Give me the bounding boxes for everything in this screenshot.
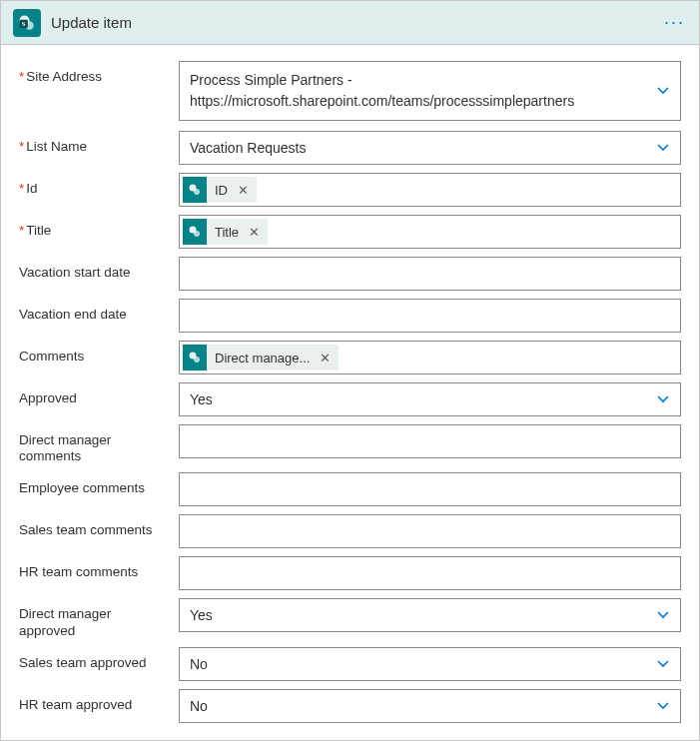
- token-remove-icon[interactable]: ✕: [236, 183, 251, 198]
- token-id[interactable]: ID ✕: [183, 177, 257, 203]
- title-input[interactable]: Title ✕: [179, 215, 681, 249]
- vacation-end-input[interactable]: [179, 299, 681, 333]
- label-vacation-end: Vacation end date: [19, 299, 179, 323]
- token-remove-icon[interactable]: ✕: [247, 225, 262, 240]
- token-id-label: ID: [215, 183, 228, 198]
- sales-approved-dropdown[interactable]: No: [179, 647, 681, 681]
- sharepoint-icon: [183, 177, 207, 203]
- label-comments: Comments: [19, 341, 179, 365]
- sharepoint-icon: [183, 345, 207, 370]
- chevron-down-icon: [656, 699, 670, 713]
- form-body: Site Address Process Simple Partners - h…: [1, 45, 699, 735]
- dm-comments-input[interactable]: [179, 424, 681, 458]
- list-name-value: Vacation Requests: [190, 140, 306, 156]
- token-title[interactable]: Title ✕: [183, 219, 268, 245]
- comments-input[interactable]: Direct manage... ✕: [179, 341, 681, 374]
- dm-approved-dropdown[interactable]: Yes: [179, 598, 681, 632]
- token-remove-icon[interactable]: ✕: [318, 351, 333, 366]
- chevron-down-icon: [656, 84, 670, 98]
- label-emp-comments: Employee comments: [19, 472, 179, 496]
- label-list-name: List Name: [19, 131, 179, 155]
- label-title: Title: [19, 215, 179, 239]
- sharepoint-icon: S: [13, 9, 41, 37]
- svg-point-5: [194, 189, 200, 195]
- card-header: S Update item ···: [1, 1, 699, 45]
- vacation-start-input[interactable]: [179, 257, 681, 291]
- list-name-dropdown[interactable]: Vacation Requests: [179, 131, 681, 165]
- site-address-value-line2: https://microsoft.sharepoint.com/teams/p…: [190, 91, 574, 112]
- chevron-down-icon: [656, 141, 670, 155]
- token-title-label: Title: [215, 225, 239, 240]
- emp-comments-input[interactable]: [179, 472, 681, 506]
- label-site-address: Site Address: [19, 61, 179, 85]
- svg-point-7: [194, 231, 200, 237]
- label-hr-comments: HR team comments: [19, 556, 179, 580]
- sales-approved-value: No: [190, 656, 208, 672]
- label-sales-approved: Sales team approved: [19, 647, 179, 671]
- approved-dropdown[interactable]: Yes: [179, 382, 681, 416]
- token-direct-manager[interactable]: Direct manage... ✕: [183, 345, 339, 370]
- chevron-down-icon: [656, 608, 670, 622]
- label-hr-approved: HR team approved: [19, 689, 179, 713]
- card-title: Update item: [51, 14, 132, 31]
- hr-approved-dropdown[interactable]: No: [179, 689, 681, 723]
- site-address-value-line1: Process Simple Partners -: [190, 70, 352, 91]
- chevron-down-icon: [656, 657, 670, 671]
- label-dm-comments: Direct manager comments: [19, 424, 179, 464]
- label-id: Id: [19, 173, 179, 197]
- hr-approved-value: No: [190, 698, 208, 714]
- card-footer: Show advanced options: [1, 735, 699, 741]
- svg-text:S: S: [22, 20, 26, 27]
- label-vacation-start: Vacation start date: [19, 257, 179, 281]
- chevron-down-icon: [656, 392, 670, 406]
- sharepoint-icon: [183, 219, 207, 245]
- token-dm-label: Direct manage...: [215, 351, 310, 366]
- dm-approved-value: Yes: [190, 607, 213, 623]
- label-sales-comments: Sales team comments: [19, 514, 179, 538]
- svg-point-9: [194, 357, 200, 363]
- label-approved: Approved: [19, 382, 179, 406]
- sales-comments-input[interactable]: [179, 514, 681, 548]
- more-menu-button[interactable]: ···: [664, 13, 685, 31]
- id-input[interactable]: ID ✕: [179, 173, 681, 207]
- hr-comments-input[interactable]: [179, 556, 681, 590]
- label-dm-approved: Direct manager approved: [19, 598, 179, 638]
- site-address-dropdown[interactable]: Process Simple Partners - https://micros…: [179, 61, 681, 121]
- approved-value: Yes: [190, 391, 213, 407]
